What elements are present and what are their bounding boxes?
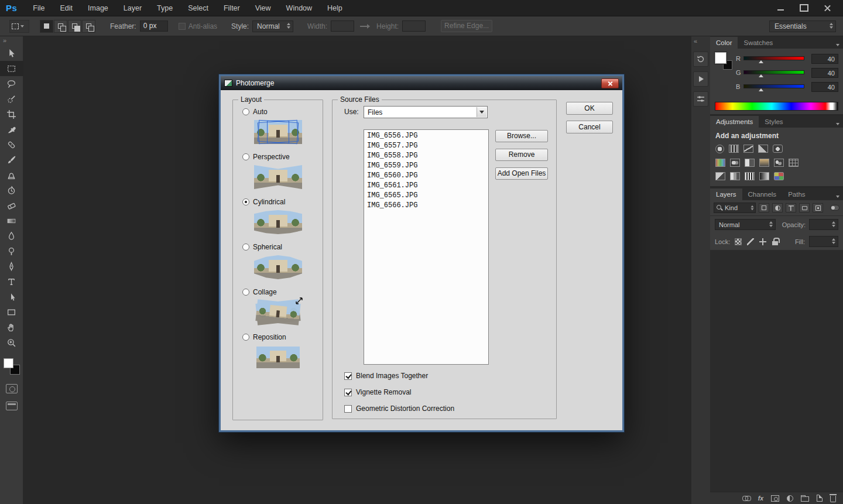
perspective-radio[interactable]: [242, 153, 249, 160]
screen-mode-button[interactable]: [6, 402, 18, 410]
tab-adjustments[interactable]: Adjustments: [710, 116, 759, 128]
link-layers-icon[interactable]: [742, 496, 751, 500]
path-selection-tool[interactable]: [0, 289, 23, 304]
menu-type[interactable]: Type: [149, 0, 180, 16]
menu-image[interactable]: Image: [80, 0, 116, 16]
refine-edge-button[interactable]: Refine Edge...: [441, 20, 492, 32]
style-select[interactable]: Normal: [252, 20, 293, 32]
pixel-layer-filter-icon[interactable]: [759, 203, 769, 212]
threshold-icon[interactable]: [745, 172, 755, 180]
auto-radio[interactable]: [242, 108, 249, 115]
quick-mask-button[interactable]: [6, 384, 18, 393]
opacity-select[interactable]: [809, 219, 838, 230]
lock-all-icon[interactable]: [771, 238, 779, 246]
menu-filter[interactable]: Filter: [216, 0, 248, 16]
tab-layers[interactable]: Layers: [710, 188, 742, 200]
blur-tool[interactable]: [0, 228, 23, 244]
eyedropper-tool[interactable]: [0, 122, 23, 137]
dialog-close-icon[interactable]: [601, 78, 619, 88]
menu-window[interactable]: Window: [279, 0, 320, 16]
layout-option-auto[interactable]: Auto: [242, 107, 323, 116]
add-to-selection-button[interactable]: [54, 20, 67, 33]
restore-icon[interactable]: [796, 4, 811, 13]
foreground-color-preview[interactable]: [715, 52, 727, 64]
delete-layer-icon[interactable]: [830, 496, 836, 502]
layout-option-spherical[interactable]: Spherical: [242, 242, 323, 252]
lock-transparency-icon[interactable]: [734, 238, 742, 246]
layer-style-icon[interactable]: fx: [758, 495, 763, 502]
vibrance-icon[interactable]: [773, 145, 783, 153]
color-balance-icon[interactable]: [730, 159, 740, 167]
zoom-tool[interactable]: [0, 335, 23, 350]
lock-pixels-icon[interactable]: [746, 238, 755, 246]
spherical-radio[interactable]: [242, 244, 249, 251]
new-adjustment-layer-icon[interactable]: [787, 495, 793, 502]
layout-option-perspective[interactable]: Perspective: [242, 152, 323, 162]
ok-button[interactable]: OK: [566, 102, 613, 115]
move-tool[interactable]: [0, 46, 23, 61]
file-list-item[interactable]: IMG_6558.JPG: [366, 151, 488, 161]
history-brush-tool[interactable]: [0, 183, 23, 198]
foreground-color-swatch[interactable]: [4, 358, 13, 368]
adjustment-layer-filter-icon[interactable]: [772, 203, 783, 212]
color-lookup-icon[interactable]: [789, 159, 799, 167]
file-list-item[interactable]: IMG_6559.JPG: [366, 161, 488, 171]
black-white-icon[interactable]: [745, 159, 755, 167]
remove-button[interactable]: Remove: [495, 149, 548, 161]
source-file-list[interactable]: IMG_6556.JPG IMG_6557.JPG IMG_6558.JPG I…: [364, 129, 489, 365]
cancel-button[interactable]: Cancel: [566, 121, 613, 133]
workspace-switcher[interactable]: Essentials: [769, 20, 836, 32]
green-value-input[interactable]: 40: [811, 68, 838, 78]
file-list-item[interactable]: IMG_6560.JPG: [366, 171, 488, 181]
height-input[interactable]: [402, 20, 426, 32]
new-group-icon[interactable]: [801, 496, 809, 502]
lasso-tool[interactable]: [0, 76, 23, 91]
width-input[interactable]: [331, 20, 354, 32]
menu-view[interactable]: View: [248, 0, 279, 16]
lock-position-icon[interactable]: [759, 238, 767, 246]
fill-select[interactable]: [809, 236, 838, 247]
blend-images-option[interactable]: Blend Images Together: [344, 371, 428, 380]
tab-channels[interactable]: Channels: [742, 188, 783, 200]
blue-slider[interactable]: [743, 84, 804, 88]
layer-filter-kind-select[interactable]: Kind: [714, 203, 756, 213]
add-layer-mask-icon[interactable]: [771, 495, 779, 502]
history-panel-icon[interactable]: [693, 52, 708, 67]
file-list-item[interactable]: IMG_6557.JPG: [366, 141, 488, 151]
subtract-from-selection-button[interactable]: [68, 20, 81, 33]
panel-menu-icon[interactable]: [836, 196, 839, 198]
hue-saturation-icon[interactable]: [715, 159, 725, 167]
brightness-contrast-icon[interactable]: [715, 145, 724, 153]
blend-mode-select[interactable]: Normal: [715, 219, 776, 230]
swap-width-height-icon[interactable]: [360, 23, 369, 29]
tab-paths[interactable]: Paths: [782, 188, 811, 200]
tab-swatches[interactable]: Swatches: [738, 37, 779, 49]
use-select[interactable]: Files: [364, 106, 488, 118]
selective-color-icon[interactable]: [774, 172, 784, 180]
add-open-files-button[interactable]: Add Open Files: [495, 167, 548, 180]
gradient-tool[interactable]: [0, 213, 23, 228]
tab-color[interactable]: Color: [710, 37, 738, 49]
quick-selection-tool[interactable]: [0, 91, 23, 107]
geometric-distortion-option[interactable]: Geometric Distortion Correction: [344, 404, 454, 413]
photo-filter-icon[interactable]: [759, 159, 769, 167]
spot-healing-brush-tool[interactable]: [0, 137, 23, 152]
menu-file[interactable]: File: [25, 0, 52, 16]
menu-select[interactable]: Select: [180, 0, 216, 16]
type-layer-filter-icon[interactable]: [786, 203, 796, 212]
minimize-icon[interactable]: [773, 4, 788, 13]
blue-value-input[interactable]: 40: [811, 82, 838, 92]
green-slider-thumb[interactable]: [759, 74, 763, 77]
red-value-input[interactable]: 40: [811, 54, 838, 64]
green-slider[interactable]: [743, 70, 804, 74]
file-list-item[interactable]: IMG_6561.JPG: [366, 181, 488, 191]
panel-menu-icon[interactable]: [836, 123, 839, 125]
menu-edit[interactable]: Edit: [53, 0, 81, 16]
filter-toggle-switch[interactable]: [830, 205, 839, 211]
close-icon[interactable]: [820, 4, 835, 13]
brush-tool[interactable]: [0, 152, 23, 167]
new-selection-button[interactable]: [40, 20, 53, 33]
menu-help[interactable]: Help: [320, 0, 350, 16]
geometric-distortion-checkbox[interactable]: [344, 405, 352, 413]
rectangular-marquee-tool[interactable]: [0, 61, 23, 76]
